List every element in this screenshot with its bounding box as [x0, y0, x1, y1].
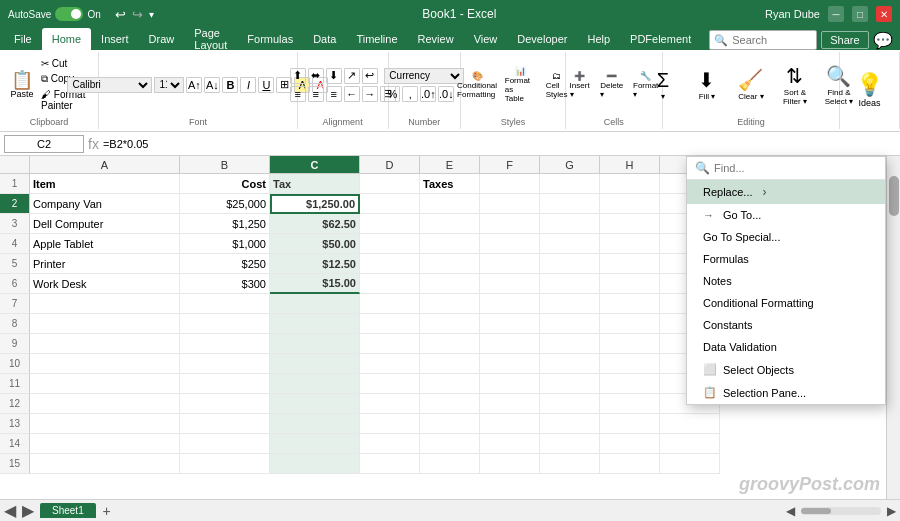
cell-d4[interactable]: [360, 234, 420, 254]
cell-c1[interactable]: Tax: [270, 174, 360, 194]
cell-g3[interactable]: [540, 214, 600, 234]
insert-cells-btn[interactable]: ➕ Insert ▾: [566, 69, 595, 101]
cell-g2[interactable]: [540, 194, 600, 214]
comma-btn[interactable]: ,: [402, 86, 418, 102]
clear-btn[interactable]: 🧹 Clear ▾: [730, 66, 772, 103]
h-scroll-left[interactable]: ◀: [786, 504, 795, 518]
cell-a5[interactable]: Printer: [30, 254, 180, 274]
formula-input[interactable]: [103, 135, 896, 153]
angle-text-btn[interactable]: ↗: [344, 68, 360, 84]
tab-formulas[interactable]: Formulas: [237, 28, 303, 50]
col-header-g[interactable]: G: [540, 156, 600, 173]
align-middle-btn[interactable]: ⬌: [308, 68, 324, 84]
cell-b4[interactable]: $1,000: [180, 234, 270, 254]
dropdown-item-goto[interactable]: → Go To...: [687, 204, 885, 226]
cell-g4[interactable]: [540, 234, 600, 254]
increase-font-btn[interactable]: A↑: [186, 77, 202, 93]
undo-btn[interactable]: ↩: [115, 7, 126, 22]
cell-d5[interactable]: [360, 254, 420, 274]
sheet-nav-prev[interactable]: ◀: [4, 501, 16, 520]
tab-pdfelement[interactable]: PDFelement: [620, 28, 701, 50]
name-box[interactable]: [4, 135, 84, 153]
comments-btn[interactable]: 💬: [873, 31, 893, 50]
h-scrollbar[interactable]: [801, 507, 881, 515]
fill-btn[interactable]: ⬇ Fill ▾: [686, 66, 728, 103]
underline-btn[interactable]: U: [258, 77, 274, 93]
dropdown-item-constants[interactable]: Constants: [687, 314, 885, 336]
cell-c4[interactable]: $50.00: [270, 234, 360, 254]
cell-e4[interactable]: [420, 234, 480, 254]
share-btn[interactable]: Share: [821, 31, 868, 49]
cell-b1[interactable]: Cost: [180, 174, 270, 194]
add-sheet-btn[interactable]: +: [98, 503, 116, 519]
dropdown-item-replace[interactable]: Replace... ›: [687, 180, 885, 204]
paste-btn[interactable]: 📋 Paste: [8, 69, 36, 101]
cell-h3[interactable]: [600, 214, 660, 234]
tab-page-layout[interactable]: Page Layout: [184, 28, 237, 50]
cell-g1[interactable]: [540, 174, 600, 194]
cell-d6[interactable]: [360, 274, 420, 294]
sum-btn[interactable]: Σ ▾: [642, 67, 684, 103]
tab-file[interactable]: File: [4, 28, 42, 50]
indent-increase-btn[interactable]: →: [362, 86, 378, 102]
cell-d3[interactable]: [360, 214, 420, 234]
dropdown-search-input[interactable]: [714, 162, 877, 174]
cell-d2[interactable]: [360, 194, 420, 214]
cell-h2[interactable]: [600, 194, 660, 214]
cell-b6[interactable]: $300: [180, 274, 270, 294]
cell-a6[interactable]: Work Desk: [30, 274, 180, 294]
indent-decrease-btn[interactable]: ←: [344, 86, 360, 102]
vertical-scrollbar[interactable]: [886, 156, 900, 499]
cell-a1[interactable]: Item: [30, 174, 180, 194]
italic-btn[interactable]: I: [240, 77, 256, 93]
h-scroll-right[interactable]: ▶: [887, 504, 896, 518]
cell-h6[interactable]: [600, 274, 660, 294]
cell-f1[interactable]: [480, 174, 540, 194]
cell-c5[interactable]: $12.50: [270, 254, 360, 274]
decimal-decrease-btn[interactable]: .0↓: [438, 86, 454, 102]
col-header-b[interactable]: B: [180, 156, 270, 173]
cell-e1[interactable]: Taxes: [420, 174, 480, 194]
percent-btn[interactable]: %: [384, 86, 400, 102]
col-header-d[interactable]: D: [360, 156, 420, 173]
cell-a2[interactable]: Company Van: [30, 194, 180, 214]
sort-filter-btn[interactable]: ⇅ Sort &Filter ▾: [774, 62, 816, 108]
cell-f3[interactable]: [480, 214, 540, 234]
delete-cells-btn[interactable]: ➖ Delete ▾: [596, 69, 627, 101]
cell-b2[interactable]: $25,000: [180, 194, 270, 214]
cell-h5[interactable]: [600, 254, 660, 274]
col-header-h[interactable]: H: [600, 156, 660, 173]
cell-g5[interactable]: [540, 254, 600, 274]
cell-e5[interactable]: [420, 254, 480, 274]
cell-h1[interactable]: [600, 174, 660, 194]
sheet-nav-next[interactable]: ▶: [22, 501, 34, 520]
tab-insert[interactable]: Insert: [91, 28, 139, 50]
col-header-c[interactable]: C: [270, 156, 360, 173]
cell-c6[interactable]: $15.00: [270, 274, 360, 294]
dropdown-item-cond-fmt[interactable]: Conditional Formatting: [687, 292, 885, 314]
tab-home[interactable]: Home: [42, 28, 91, 50]
cell-a3[interactable]: Dell Computer: [30, 214, 180, 234]
tab-developer[interactable]: Developer: [507, 28, 577, 50]
cell-h4[interactable]: [600, 234, 660, 254]
wrap-text-btn[interactable]: ↩: [362, 68, 378, 84]
maximize-btn[interactable]: □: [852, 6, 868, 22]
font-family-select[interactable]: Calibri: [67, 77, 152, 93]
col-header-f[interactable]: F: [480, 156, 540, 173]
cell-b5[interactable]: $250: [180, 254, 270, 274]
tab-view[interactable]: View: [464, 28, 508, 50]
decimal-increase-btn[interactable]: .0↑: [420, 86, 436, 102]
cell-b3[interactable]: $1,250: [180, 214, 270, 234]
search-box[interactable]: 🔍: [709, 30, 817, 50]
tab-draw[interactable]: Draw: [139, 28, 185, 50]
tab-help[interactable]: Help: [577, 28, 620, 50]
autosave-toggle[interactable]: [55, 7, 83, 21]
tab-data[interactable]: Data: [303, 28, 346, 50]
cell-c3[interactable]: $62.50: [270, 214, 360, 234]
search-input[interactable]: [732, 34, 812, 46]
tab-review[interactable]: Review: [408, 28, 464, 50]
align-top-btn[interactable]: ⬆: [290, 68, 306, 84]
align-right-btn[interactable]: ≡: [326, 86, 342, 102]
cell-f5[interactable]: [480, 254, 540, 274]
cell-f2[interactable]: [480, 194, 540, 214]
